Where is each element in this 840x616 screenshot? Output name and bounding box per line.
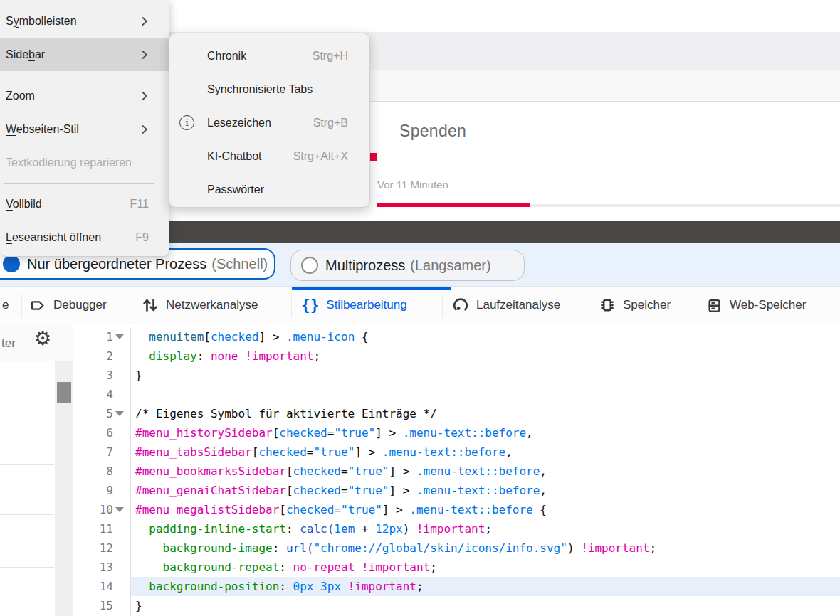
menu-item-label: Textkodierung reparieren <box>6 156 149 169</box>
code-line[interactable]: 14 background-position: 0px 3px !importa… <box>74 577 840 596</box>
gray-underline <box>530 204 840 207</box>
process-option-multi[interactable]: Multiprozess (Langsamer) <box>290 250 525 281</box>
css-code-editor[interactable]: 1 menuitem[checked] > .menu-icon {2 disp… <box>74 324 840 616</box>
page-heading[interactable]: Spenden <box>399 122 466 141</box>
devtools-tab-web-speicher[interactable]: Web-Speicher <box>698 287 840 324</box>
process-option-label: Nur übergeordneter Prozess <box>27 256 206 272</box>
stylesheet-item-separator <box>0 514 54 515</box>
code-text: background-position: 0px 3px !important; <box>131 577 840 596</box>
code-text: background-image: url("chrome://global/s… <box>131 538 840 558</box>
submenu-item-label: KI-Chatbot <box>207 150 293 163</box>
radio-selected-icon[interactable] <box>3 255 20 272</box>
devtools-tab-e[interactable]: e <box>0 287 23 324</box>
code-text: padding-inline-start: calc(1em + 12px) !… <box>131 519 840 538</box>
scrollbar-thumb[interactable] <box>57 382 71 403</box>
code-line[interactable]: 9#menu_genaiChatSidebar[checked="true"] … <box>74 481 840 500</box>
menu-item-zoom[interactable]: Zoom <box>0 79 169 112</box>
menu-item-repair-encoding: Textkodierung reparieren <box>0 146 169 179</box>
process-option-label: Multiprozess <box>325 257 405 274</box>
braces-icon: {} <box>301 297 319 314</box>
submenu-item-shortcut: Strg+Alt+X <box>293 150 348 163</box>
code-line[interactable]: 1 menuitem[checked] > .menu-icon { <box>74 327 840 346</box>
code-text: background-repeat: no-repeat !important; <box>131 558 840 577</box>
menu-item-reader-view[interactable]: Leseansicht öffnenF9 <box>0 221 169 254</box>
submenu-item-ki-chatbot[interactable]: KI-ChatbotStrg+Alt+X <box>169 139 369 173</box>
line-number: 1 <box>74 327 131 346</box>
code-text: } <box>131 366 840 385</box>
devtools-tab-stilbearbeitung[interactable]: {}Stilbearbeitung <box>292 287 451 324</box>
view-menu-popup: SymbolleistenSidebarZoomWebseiten-StilTe… <box>0 0 169 257</box>
code-text: /* Eigenes Symbol für aktivierte Einträg… <box>131 404 840 423</box>
network-arrows-icon <box>142 297 159 314</box>
fold-arrow-icon[interactable] <box>115 507 124 512</box>
line-number: 4 <box>74 385 131 404</box>
submenu-item-lesezeichen[interactable]: iLesezeichenStrg+B <box>169 106 369 139</box>
menu-separator <box>4 75 154 75</box>
devtools-tab-laufzeitanalyse[interactable]: Laufzeitanalyse <box>443 287 603 324</box>
line-number: 6 <box>74 423 131 442</box>
submenu-item-chronik[interactable]: ChronikStrg+H <box>169 39 369 73</box>
code-line[interactable]: 13 background-repeat: no-repeat !importa… <box>74 558 840 577</box>
line-number: 9 <box>74 481 131 500</box>
tab-separator <box>291 294 292 318</box>
web-storage-icon <box>706 297 723 314</box>
code-line[interactable]: 12 background-image: url("chrome://globa… <box>74 538 840 558</box>
submenu-item-label: Lesezeichen <box>207 117 313 129</box>
submenu-item-passw-rter[interactable]: Passwörter <box>169 173 369 206</box>
menu-item-sidebar[interactable]: Sidebar <box>0 38 169 71</box>
code-line[interactable]: 7#menu_tabsSidebar[checked="true"] > .me… <box>74 442 840 462</box>
menu-separator <box>4 183 154 184</box>
menu-item-label: Webseiten-Stil <box>6 123 149 136</box>
line-number: 10 <box>74 500 131 519</box>
memory-chip-icon <box>599 297 616 314</box>
code-text: #menu_megalistSidebar[checked="true"] > … <box>131 500 840 519</box>
post-timestamp[interactable]: Vor 11 Minuten <box>377 179 448 191</box>
devtools-tab-label: Laufzeitanalyse <box>476 298 560 312</box>
line-number: 3 <box>74 366 131 385</box>
menu-item-label: Sidebar <box>6 48 149 61</box>
submenu-item-shortcut: Strg+B <box>313 117 348 129</box>
fold-arrow-icon[interactable] <box>115 334 124 339</box>
code-text: } <box>131 596 840 615</box>
devtools-tab-debugger[interactable]: Debugger <box>23 287 138 324</box>
line-number: 5 <box>74 404 131 423</box>
menu-item-page-style[interactable]: Webseiten-Stil <box>0 112 169 146</box>
menu-item-label: Zoom <box>6 90 149 102</box>
gear-icon[interactable]: ⚙ <box>34 329 51 349</box>
code-line[interactable]: 5/* Eigenes Symbol für aktivierte Einträ… <box>74 404 840 423</box>
menu-item-label: Vollbild <box>6 198 120 211</box>
line-number: 7 <box>74 442 131 462</box>
menu-item-label: Leseansicht öffnen <box>6 231 125 244</box>
tab-separator <box>442 294 443 318</box>
code-text: #menu_bookmarksSidebar[checked="true"] >… <box>131 462 840 481</box>
code-line[interactable]: 6#menu_historySidebar[checked="true"] > … <box>74 423 840 442</box>
code-line[interactable]: 8#menu_bookmarksSidebar[checked="true"] … <box>74 462 840 481</box>
devtools-tab-netzwerkanalyse[interactable]: Netzwerkanalyse <box>134 287 298 324</box>
fold-arrow-icon[interactable] <box>115 411 124 416</box>
code-line[interactable]: 15} <box>74 596 840 615</box>
menu-item-label: Symbolleisten <box>6 15 149 28</box>
code-line[interactable]: 3} <box>74 366 840 385</box>
process-option-note: (Langsamer) <box>410 257 490 274</box>
code-text: #menu_genaiChatSidebar[checked="true"] >… <box>131 481 840 500</box>
devtools-tab-speicher[interactable]: Speicher <box>591 287 703 324</box>
stylesheet-item-separator <box>0 464 54 465</box>
menu-item-shortcut: F9 <box>135 231 149 244</box>
code-text: menuitem[checked] > .menu-icon { <box>131 327 840 346</box>
filter-input[interactable]: ter <box>1 336 16 351</box>
sidebar-submenu-popup: ChronikStrg+HSynchronisierte TabsiLeseze… <box>169 33 370 208</box>
code-line[interactable]: 11 padding-inline-start: calc(1em + 12px… <box>74 519 840 538</box>
code-line[interactable]: 4 <box>74 385 840 404</box>
menu-item-fullscreen[interactable]: VollbildF11 <box>0 187 169 221</box>
submenu-item-label: Chronik <box>207 50 313 63</box>
code-line[interactable]: 10#menu_megalistSidebar[checked="true"] … <box>74 500 840 519</box>
menu-item-toolbars[interactable]: Symbolleisten <box>0 4 169 38</box>
scrollbar-track[interactable] <box>55 361 73 616</box>
code-line[interactable]: 2 display: none !important; <box>74 346 840 366</box>
submenu-item-synchronisierte-tabs[interactable]: Synchronisierte Tabs <box>169 73 369 106</box>
stylesheet-list[interactable] <box>0 361 54 616</box>
devtools-tab-label: Debugger <box>53 298 107 312</box>
code-text <box>131 385 840 404</box>
radio-unselected-icon[interactable] <box>301 257 318 274</box>
screen: { "browser": { "url_fragment": "/140433-… <box>0 0 840 616</box>
